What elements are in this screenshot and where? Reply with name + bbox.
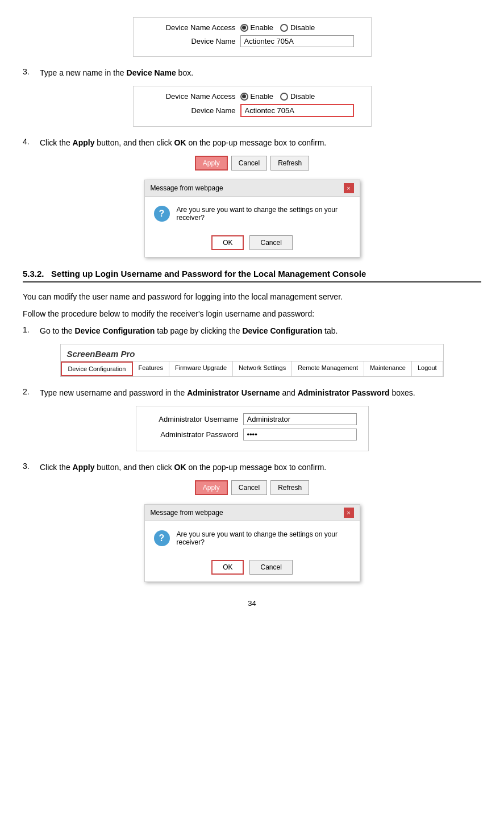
top-device-name-form: Device Name Access Enable Disable Device…: [23, 17, 481, 57]
refresh-button-bottom[interactable]: Refresh: [270, 480, 309, 495]
disable-option-hl[interactable]: Disable: [280, 92, 315, 101]
step3-bottom: 3. Click the Apply button, and then clic…: [23, 462, 481, 473]
dialog-bottom: Message from webpage × ? Are you sure yo…: [144, 504, 360, 582]
disable-label-top: Disable: [290, 23, 315, 32]
step1-after: tab.: [322, 326, 338, 335]
step3-bottom-text: Click the Apply button, and then click O…: [40, 463, 326, 472]
dialog-cancel-top[interactable]: Cancel: [249, 235, 292, 250]
dialog-cancel-bottom[interactable]: Cancel: [249, 560, 292, 575]
step3-top-bold: Device Name: [127, 68, 176, 77]
admin-username-input[interactable]: [243, 413, 357, 425]
device-name-form-highlighted-container: Device Name Access Enable Disable Device…: [23, 86, 481, 127]
step2-section-text: Type new username and password in the Ad…: [40, 388, 415, 397]
step3-top-number: 3.: [23, 67, 40, 79]
admin-form-container: Administrator Username Administrator Pas…: [23, 406, 481, 451]
step4-before: Click the: [40, 138, 73, 147]
step1-before: Go to the: [40, 326, 74, 335]
step3-top-before: Type a new name in the: [40, 68, 127, 77]
apply-button-bottom[interactable]: Apply: [195, 480, 228, 495]
step3-top-text: Type a new name in the Device Name box.: [40, 68, 193, 77]
body-text-2: Follow the procedure below to modify the…: [23, 307, 481, 320]
dialog-ok-top[interactable]: OK: [211, 235, 244, 250]
device-name-access-label-hl: Device Name Access: [145, 92, 236, 101]
device-name-panel-highlighted: Device Name Access Enable Disable Device…: [133, 86, 372, 127]
step2-section-number: 2.: [23, 387, 40, 399]
section-title: 5.3.2. Setting up Login Username and Pas…: [23, 269, 366, 279]
cancel-button-top[interactable]: Cancel: [231, 156, 267, 171]
dialog-message-top: Are you sure you want to change the sett…: [177, 206, 351, 222]
radio-group-top: Enable Disable: [240, 23, 315, 32]
tab-device-config[interactable]: Device Configuration: [61, 361, 132, 376]
device-name-panel-top: Device Name Access Enable Disable Device…: [133, 17, 372, 57]
dialog-body-top: ? Are you sure you want to change the se…: [145, 197, 360, 231]
dialog-footer-top: OK Cancel: [145, 231, 360, 257]
device-name-row-hl: Device Name: [145, 104, 360, 117]
enable-radio-hl[interactable]: [240, 93, 248, 101]
enable-label-hl: Enable: [251, 92, 273, 101]
step3-bottom-content: Click the Apply button, and then click O…: [40, 462, 481, 473]
step1-section-number: 1.: [23, 325, 40, 337]
dialog-close-top[interactable]: ×: [344, 183, 354, 193]
step2-bold2: Administrator Password: [298, 388, 390, 397]
toolbar-top: Apply Cancel Refresh: [195, 156, 309, 171]
step4-bold2: OK: [174, 138, 186, 147]
disable-option-top[interactable]: Disable: [280, 23, 315, 32]
disable-label-hl: Disable: [290, 92, 315, 101]
step2-section: 2. Type new username and password in the…: [23, 387, 481, 399]
device-name-input-top[interactable]: [240, 35, 354, 47]
section-number: 5.3.2.: [23, 269, 44, 279]
dialog-title-top: Message from webpage: [151, 184, 223, 192]
step3-bottom-number: 3.: [23, 462, 40, 473]
tab-maintenance[interactable]: Maintenance: [364, 361, 412, 376]
step1-section-text: Go to the Device Configuration tab page …: [40, 326, 338, 335]
admin-username-row: Administrator Username: [148, 413, 357, 425]
body-text-1: You can modify the user name and passwor…: [23, 290, 481, 303]
step4-after: on the pop-up message box to confirm.: [186, 138, 327, 147]
apply-button-top[interactable]: Apply: [195, 156, 228, 171]
tab-logout[interactable]: Logout: [412, 361, 443, 376]
dialog-question-icon-bottom: ?: [154, 530, 170, 546]
toolbar-container-bottom: Apply Cancel Refresh Message from webpag…: [23, 480, 481, 582]
tab-network[interactable]: Network Settings: [233, 361, 292, 376]
tab-features[interactable]: Features: [133, 361, 169, 376]
step2-section-content: Type new username and password in the Ad…: [40, 387, 481, 399]
admin-password-input[interactable]: [243, 429, 357, 440]
admin-form: Administrator Username Administrator Pas…: [136, 406, 369, 451]
dialog-footer-bottom: OK Cancel: [145, 555, 360, 581]
dialog-body-bottom: ? Are you sure you want to change the se…: [145, 521, 360, 555]
enable-label-top: Enable: [251, 23, 273, 32]
step4-number: 4.: [23, 137, 40, 149]
dialog-ok-bottom[interactable]: OK: [211, 560, 244, 575]
device-name-input-hl[interactable]: [240, 104, 354, 117]
step1-section-content: Go to the Device Configuration tab page …: [40, 325, 481, 337]
device-name-access-label-top: Device Name Access: [145, 23, 236, 32]
cancel-button-bottom[interactable]: Cancel: [231, 480, 267, 495]
dialog-titlebar-bottom: Message from webpage ×: [145, 505, 360, 521]
dialog-close-bottom[interactable]: ×: [344, 508, 354, 518]
step3b-bold1: Apply: [73, 463, 95, 472]
disable-radio-hl[interactable]: [280, 93, 288, 101]
refresh-button-top[interactable]: Refresh: [270, 156, 309, 171]
tab-firmware[interactable]: Firmware Upgrade: [169, 361, 233, 376]
enable-option-top[interactable]: Enable: [240, 23, 273, 32]
screenbeam-navbar: ScreenBeam Pro Device Configuration Feat…: [60, 344, 443, 377]
step2-middle: and: [280, 388, 298, 397]
section-heading: 5.3.2. Setting up Login Username and Pas…: [23, 269, 481, 282]
nav-tabs: Device Configuration Features Firmware U…: [61, 361, 443, 376]
enable-radio-top[interactable]: [240, 24, 248, 32]
step3b-before: Click the: [40, 463, 73, 472]
device-name-row-top: Device Name: [145, 35, 360, 47]
enable-option-hl[interactable]: Enable: [240, 92, 273, 101]
device-name-label-hl: Device Name: [145, 106, 236, 115]
dialog-question-icon-top: ?: [154, 206, 170, 222]
dialog-titlebar-top: Message from webpage ×: [145, 180, 360, 197]
disable-radio-top[interactable]: [280, 24, 288, 32]
tab-remote[interactable]: Remote Management: [292, 361, 364, 376]
device-name-label-top: Device Name: [145, 37, 236, 45]
navbar-screenshot: ScreenBeam Pro Device Configuration Feat…: [23, 344, 481, 377]
screenbeam-logo: ScreenBeam Pro: [61, 344, 443, 361]
admin-password-label: Administrator Password: [148, 430, 239, 439]
step3-top-after: box.: [176, 68, 193, 77]
step1-section: 1. Go to the Device Configuration tab pa…: [23, 325, 481, 337]
device-name-access-row-top: Device Name Access Enable Disable: [145, 23, 360, 32]
